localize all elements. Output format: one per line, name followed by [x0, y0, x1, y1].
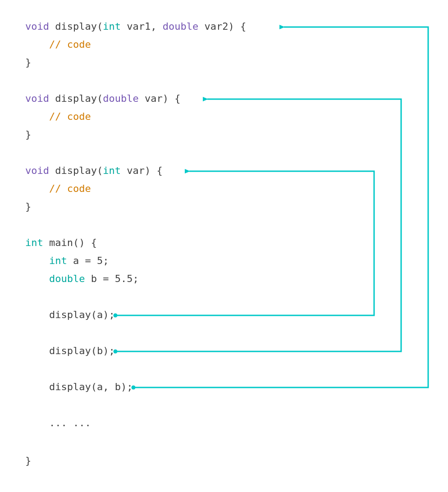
code-space — [25, 111, 49, 122]
code-line: } — [25, 201, 31, 212]
code-line: int main() { — [25, 237, 97, 248]
code-token-ident — [169, 93, 174, 104]
code-token-ident: { — [156, 165, 162, 176]
code-token-ident: { — [174, 93, 180, 104]
code-token-ident: ) — [228, 21, 234, 32]
code-token-ident: ) — [163, 93, 169, 104]
code-space — [25, 39, 49, 50]
code-token-kw_int: double — [49, 273, 85, 284]
code-token-ident: } — [25, 129, 31, 140]
code-space — [25, 417, 49, 428]
code-token-ident: var — [127, 165, 145, 176]
code-token-comment: // code — [49, 39, 91, 50]
code-space — [49, 93, 55, 104]
code-space — [121, 165, 127, 176]
code-line: } — [25, 455, 31, 466]
code-token-ident: ( — [97, 165, 103, 176]
code-token-ident: { — [240, 21, 246, 32]
code-space — [67, 255, 73, 266]
code-token-kw_int: int — [103, 165, 121, 176]
code-line: void display(int var) { — [25, 165, 163, 176]
code-space — [25, 255, 49, 266]
code-token-kw_int: int — [49, 255, 67, 266]
code-token-comment: // code — [49, 111, 91, 122]
code-token-ident — [151, 165, 156, 176]
code-space — [25, 381, 49, 392]
code-token-kw_void: void — [25, 93, 49, 104]
code-line: display(a); — [25, 309, 115, 320]
call-a-to-display-int — [114, 171, 375, 318]
code-token-ident: var2 — [204, 21, 228, 32]
code-token-ident: display(a); — [49, 309, 115, 320]
code-token-ident: ( — [97, 21, 103, 32]
code-line: void display(int var1, double var2) { — [25, 21, 246, 32]
code-line: display(b); — [25, 345, 115, 356]
code-token-ident: var1 — [127, 21, 151, 32]
code-token-kw_void: void — [25, 165, 49, 176]
code-line: } — [25, 57, 31, 68]
code-space — [139, 93, 145, 104]
code-space — [121, 21, 127, 32]
code-space — [49, 165, 55, 176]
code-token-ident: display(a, b); — [49, 381, 133, 392]
code-token-ident: display(b); — [49, 345, 115, 356]
code-line: int a = 5; — [25, 255, 109, 266]
code-token-ident — [234, 21, 240, 32]
code-space — [43, 237, 49, 248]
code-token-kw_void: void — [25, 21, 49, 32]
code-token-ident: } — [25, 455, 31, 466]
code-token-ident: , — [151, 21, 163, 32]
code-diagram: void display(int var1, double var2) { //… — [0, 0, 448, 492]
code-token-ident: { — [91, 237, 97, 248]
code-space — [49, 21, 55, 32]
code-line: ... ... — [25, 417, 91, 428]
code-space — [25, 183, 49, 194]
code-token-ident: b = 5.5; — [91, 273, 139, 284]
code-token-ident — [85, 237, 91, 248]
code-token-ident: var — [145, 93, 163, 104]
code-token-ident: display — [55, 165, 97, 176]
code-token-ident: () — [73, 237, 85, 248]
code-line: } — [25, 129, 31, 140]
code-token-kw_int: int — [25, 237, 43, 248]
code-token-ident: ( — [97, 93, 103, 104]
code-token-ident: display — [55, 93, 97, 104]
code-token-ident: main — [49, 237, 73, 248]
code-token-ident: } — [25, 201, 31, 212]
code-line: // code — [25, 183, 91, 194]
code-token-kw_int: int — [103, 21, 121, 32]
code-token-kw_double: double — [103, 93, 138, 104]
code-line: // code — [25, 39, 91, 50]
code-line: void display(double var) { — [25, 93, 180, 104]
code-token-ident: display — [55, 21, 97, 32]
code-space — [25, 345, 49, 356]
code-line: display(a, b); — [25, 381, 133, 392]
code-token-ident: } — [25, 57, 31, 68]
code-token-ident: a = 5; — [73, 255, 109, 266]
call-b-to-display-double — [114, 99, 402, 354]
code-space — [85, 273, 91, 284]
code-token-ident: ) — [145, 165, 151, 176]
code-token-comment: // code — [49, 183, 91, 194]
code-space — [25, 273, 49, 284]
code-line: // code — [25, 111, 91, 122]
code-space — [198, 21, 204, 32]
code-token-kw_double: double — [163, 21, 198, 32]
call-ab-to-display-int-double — [132, 27, 429, 390]
code-space — [25, 309, 49, 320]
code-token-ident: ... ... — [49, 417, 91, 428]
code-line: double b = 5.5; — [25, 273, 139, 284]
